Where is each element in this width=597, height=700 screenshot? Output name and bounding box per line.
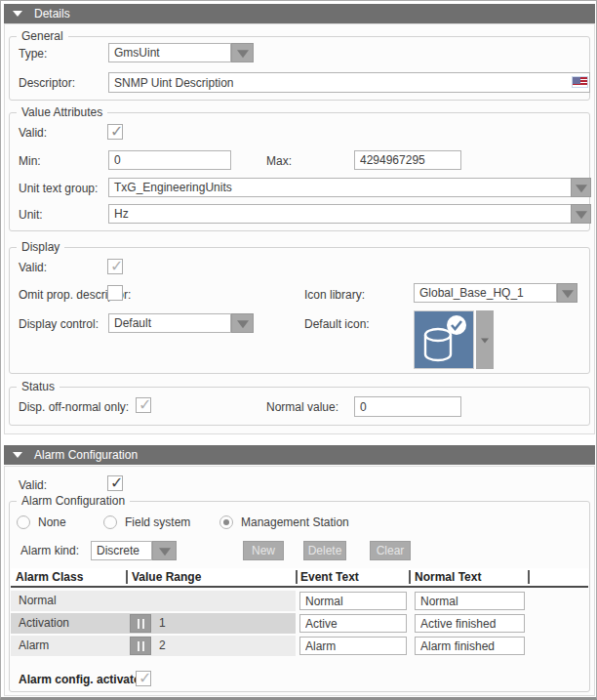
icon-library-dropdown-button[interactable] <box>557 283 577 303</box>
value-range-editor-button[interactable] <box>130 614 151 633</box>
alarm-kind-dropdown-button[interactable] <box>152 541 177 560</box>
status-group-legend: Status <box>17 380 60 393</box>
radio-field-system-label: Field system <box>125 515 190 529</box>
column-separator[interactable] <box>126 570 128 584</box>
display-control-dropdown-button[interactable] <box>231 313 254 333</box>
col-event-text: Event Text <box>300 570 359 584</box>
column-separator[interactable] <box>409 570 411 584</box>
alarm-configuration-section-title: Alarm Configuration <box>34 448 138 462</box>
alarm-valid-label: Valid: <box>19 478 47 492</box>
radio-none[interactable] <box>17 515 30 529</box>
radio-none-label: None <box>38 515 66 529</box>
display-group-legend: Display <box>17 240 64 254</box>
disp-off-normal-checkbox[interactable] <box>136 397 151 413</box>
column-separator[interactable] <box>296 570 298 584</box>
row-normal-text-input[interactable] <box>415 637 525 655</box>
col-normal-text: Normal Text <box>415 570 481 584</box>
alarm-configuration-group-legend: Alarm Configuration <box>17 494 130 508</box>
disp-off-normal-label: Disp. off-normal only: <box>19 400 129 414</box>
icon-library-label: Icon library: <box>304 288 365 302</box>
display-valid-label: Valid: <box>19 261 47 274</box>
display-valid-checkbox[interactable] <box>107 259 123 274</box>
unit-text-group-dropdown-button[interactable] <box>571 178 591 197</box>
omit-prop-descriptor-checkbox[interactable] <box>107 285 123 301</box>
normal-value-input[interactable] <box>354 396 461 417</box>
delete-button[interactable]: Delete <box>303 541 346 560</box>
va-valid-checkbox[interactable] <box>107 124 123 140</box>
new-button[interactable]: New <box>243 541 284 560</box>
display-control-label: Display control: <box>19 317 99 331</box>
default-icon-preview[interactable] <box>414 310 474 369</box>
unit-dropdown-button[interactable] <box>571 204 591 224</box>
descriptor-input[interactable] <box>108 72 590 93</box>
row-event-text-input[interactable] <box>299 614 407 633</box>
alarm-kind-label: Alarm kind: <box>20 544 79 557</box>
value-range-editor-button[interactable] <box>130 637 151 655</box>
row-event-text-input[interactable] <box>299 637 407 655</box>
property-details-panel: Details General Type: GmsUint Descriptor… <box>0 0 597 700</box>
type-select-dropdown-button[interactable] <box>231 43 254 62</box>
row-alarm-class: Alarm <box>19 638 49 652</box>
collapse-arrow-icon <box>13 11 22 17</box>
max-label: Max: <box>266 154 292 168</box>
general-group-legend: General <box>17 29 68 43</box>
max-input[interactable] <box>354 150 461 170</box>
alarm-config-activated-checkbox[interactable] <box>136 671 151 686</box>
row-value-range: 1 <box>159 616 166 630</box>
radio-management-station-label: Management Station <box>241 515 349 529</box>
va-valid-label: Valid: <box>19 126 47 140</box>
row-normal-text-input[interactable] <box>415 614 525 633</box>
alarm-configuration-section-header[interactable]: Alarm Configuration <box>4 445 595 465</box>
value-attributes-legend: Value Attributes <box>17 105 107 119</box>
type-label: Type: <box>19 47 47 61</box>
min-label: Min: <box>19 154 41 168</box>
col-value-range: Value Range <box>132 570 201 584</box>
alarm-table-header <box>11 568 588 588</box>
row-alarm-class: Activation <box>19 616 69 630</box>
details-section-header[interactable]: Details <box>4 4 595 23</box>
alarm-config-activated-label: Alarm config. activated: <box>19 673 151 686</box>
details-section-title: Details <box>34 7 70 21</box>
row-alarm-class: Normal <box>19 594 57 607</box>
row-event-text-input[interactable] <box>299 592 407 610</box>
unit-label: Unit: <box>19 208 43 222</box>
table-row[interactable] <box>11 636 296 656</box>
database-check-icon <box>415 311 473 368</box>
unit-select[interactable]: Hz <box>108 204 572 224</box>
row-value-range: 2 <box>159 638 166 652</box>
alarm-valid-checkbox[interactable] <box>107 475 123 491</box>
min-input[interactable] <box>108 150 231 170</box>
radio-management-station[interactable] <box>219 515 233 529</box>
row-normal-text-input[interactable] <box>415 592 525 610</box>
icon-library-select[interactable]: Global_Base_HQ_1 <box>414 283 557 303</box>
us-flag-language-icon[interactable] <box>572 76 588 88</box>
display-control-select[interactable]: Default <box>108 313 231 333</box>
descriptor-label: Descriptor: <box>19 76 75 90</box>
display-group <box>9 247 590 374</box>
default-icon-label: Default icon: <box>304 317 370 331</box>
type-select[interactable]: GmsUint <box>108 43 231 62</box>
col-alarm-class: Alarm Class <box>16 570 83 584</box>
alarm-kind-select[interactable]: Discrete <box>91 541 152 560</box>
unit-text-group-select[interactable]: TxG_EngineeringUnits <box>108 178 572 197</box>
column-separator[interactable] <box>528 570 530 584</box>
normal-value-label: Normal value: <box>266 400 338 414</box>
collapse-arrow-icon <box>13 452 22 458</box>
default-icon-dropdown-button[interactable] <box>476 310 494 369</box>
clear-button[interactable]: Clear <box>370 541 411 560</box>
unit-text-group-label: Unit text group: <box>19 182 98 195</box>
radio-field-system[interactable] <box>103 515 117 529</box>
